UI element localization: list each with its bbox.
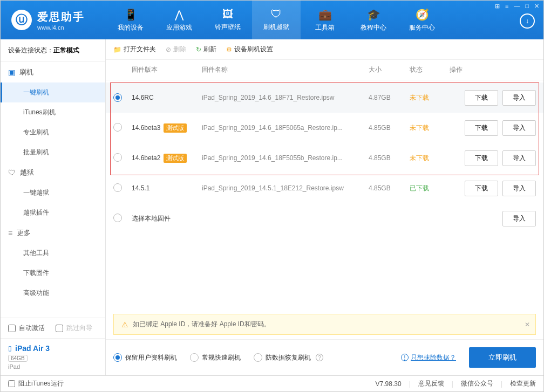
firmware-size: 4.85GB [369, 154, 410, 162]
skip-guide-checkbox[interactable] [56, 325, 63, 332]
sidebar-item[interactable]: 下载固件 [1, 263, 105, 283]
block-itunes-check[interactable]: 阻止iTunes运行 [8, 379, 64, 388]
sidebar-group[interactable]: ▣刷机 [1, 62, 105, 82]
notice-bar: ⚠ 如已绑定 Apple ID，请准备好 Apple ID和密码。 ✕ [113, 314, 536, 335]
nav-tab-4[interactable]: 💼工具箱 [301, 1, 349, 39]
nav-tab-0[interactable]: 📱我的设备 [106, 1, 155, 39]
col-name: 固件名称 [202, 65, 369, 74]
nav-tab-3[interactable]: 🛡刷机越狱 [252, 1, 301, 39]
nav-tab-6[interactable]: 🧭服务中心 [398, 1, 446, 39]
table-row[interactable]: 14.6beta2测试版 iPad_Spring_2019_14.6_18F50… [106, 143, 543, 173]
sidebar: 设备连接状态：正常模式 ▣刷机一键刷机iTunes刷机专业刷机批量刷机🛡越狱一键… [1, 39, 106, 375]
help-icon[interactable]: ? [316, 354, 323, 361]
auto-activate-check[interactable]: 自动激活 跳过向导 [1, 318, 105, 338]
sidebar-item[interactable]: 一键刷机 [1, 82, 105, 102]
brand-site: www.i4.cn [37, 24, 85, 31]
row-radio[interactable] [113, 214, 122, 222]
import-button[interactable]: 导入 [502, 90, 536, 106]
row-radio[interactable] [113, 93, 122, 102]
check-update-link[interactable]: 检查更新 [510, 379, 536, 388]
app-header: ⊞ ≡ — □ ✕ ⓤ 爱思助手 www.i4.cn 📱我的设备⋀应用游戏🖼铃声… [1, 1, 543, 39]
firmware-size: 4.87GB [369, 94, 410, 101]
row-radio[interactable] [113, 123, 122, 132]
device-name[interactable]: iPad Air 3 [15, 344, 50, 353]
group-icon: ≡ [8, 229, 12, 237]
close-icon[interactable]: ✕ [534, 3, 539, 10]
row-radio[interactable] [113, 153, 122, 162]
firmware-status: 未下载 [410, 93, 450, 102]
sidebar-group[interactable]: ≡更多 [1, 223, 105, 243]
sidebar-item[interactable]: 越狱插件 [1, 203, 105, 223]
list-icon[interactable]: ≡ [505, 3, 508, 10]
refresh-button[interactable]: ↻刷新 [196, 45, 216, 54]
group-icon: ▣ [8, 68, 15, 77]
anti-recovery-radio[interactable]: 防数据恢复刷机? [254, 353, 323, 362]
col-version: 固件版本 [132, 65, 202, 74]
download-indicator-icon[interactable]: ↓ [520, 13, 535, 29]
import-button[interactable]: 导入 [502, 150, 536, 166]
normal-flash-radio[interactable]: 常规快速刷机 [190, 353, 241, 362]
firmware-status: 未下载 [410, 154, 450, 163]
table-row[interactable]: 14.5.1 iPad_Spring_2019_14.5.1_18E212_Re… [106, 173, 543, 203]
window-controls: ⊞ ≡ — □ ✕ [495, 3, 539, 10]
nav-icon: 🛡 [271, 8, 282, 20]
erase-data-link[interactable]: !只想抹除数据？ [399, 353, 456, 362]
import-button[interactable]: 导入 [502, 120, 536, 136]
nav-tab-1[interactable]: ⋀应用游戏 [155, 1, 203, 39]
wechat-link[interactable]: 微信公众号 [461, 379, 493, 388]
col-action: 操作 [450, 65, 536, 74]
device-info: ▯ iPad Air 3 64GB iPad [1, 338, 105, 375]
flash-options: 保留用户资料刷机 常规快速刷机 防数据恢复刷机? !只想抹除数据？ 立即刷机 [106, 339, 543, 375]
firmware-name: iPad_Spring_2019_14.6_18F5065a_Restore.i… [202, 124, 369, 132]
download-button[interactable]: 下载 [465, 90, 498, 106]
table-row[interactable]: 14.6beta3测试版 iPad_Spring_2019_14.6_18F50… [106, 113, 543, 143]
import-button[interactable]: 导入 [502, 211, 536, 226]
sidebar-group[interactable]: 🛡越狱 [1, 162, 105, 183]
col-size: 大小 [369, 65, 410, 74]
flash-button[interactable]: 立即刷机 [469, 347, 536, 368]
notice-close-icon[interactable]: ✕ [525, 321, 530, 328]
download-button[interactable]: 下载 [465, 150, 498, 166]
device-status: 设备连接状态：正常模式 [1, 39, 105, 62]
firmware-version: 14.6beta3 [132, 124, 160, 132]
sidebar-item[interactable]: iTunes刷机 [1, 102, 105, 122]
open-folder-button[interactable]: 📁打开文件夹 [113, 45, 156, 54]
nav-icon: 🧭 [416, 8, 429, 21]
firmware-name: iPad_Spring_2019_14.6_18F71_Restore.ipsw [202, 94, 369, 101]
keep-data-radio[interactable]: 保留用户资料刷机 [113, 353, 177, 362]
row-radio[interactable] [113, 183, 122, 192]
delete-button[interactable]: ⊘删除 [166, 45, 186, 54]
group-icon: 🛡 [8, 168, 16, 177]
download-button[interactable]: 下载 [465, 181, 498, 196]
table-row[interactable]: 选择本地固件 导入 [106, 203, 543, 233]
device-settings-button[interactable]: ⚙设备刷机设置 [226, 45, 273, 54]
info-icon: ! [401, 354, 409, 361]
device-type: iPad [8, 363, 98, 370]
device-icon: ▯ [8, 345, 12, 352]
gear-icon: ⚙ [226, 46, 232, 53]
firmware-version: 14.6beta2 [132, 154, 160, 162]
sidebar-item[interactable]: 专业刷机 [1, 122, 105, 142]
notice-text: 如已绑定 Apple ID，请准备好 Apple ID和密码。 [133, 320, 270, 329]
import-button[interactable]: 导入 [502, 181, 536, 196]
nav-tab-5[interactable]: 🎓教程中心 [349, 1, 398, 39]
feedback-link[interactable]: 意见反馈 [418, 379, 444, 388]
nav-icon: 🖼 [222, 8, 233, 20]
table-header: 固件版本 固件名称 大小 状态 操作 [106, 60, 543, 80]
sidebar-item[interactable]: 一键越狱 [1, 183, 105, 203]
firmware-version: 14.6RC [132, 94, 154, 101]
sidebar-item[interactable]: 其他工具 [1, 243, 105, 263]
nav-icon: ⋀ [175, 8, 183, 21]
auto-activate-checkbox[interactable] [8, 325, 16, 332]
firmware-version: 选择本地固件 [132, 215, 171, 222]
table-row[interactable]: 14.6RC iPad_Spring_2019_14.6_18F71_Resto… [106, 82, 543, 113]
download-button[interactable]: 下载 [465, 120, 498, 136]
maximize-icon[interactable]: □ [525, 3, 529, 10]
menu-icon[interactable]: ⊞ [495, 3, 500, 10]
version-label: V7.98.30 [376, 380, 402, 388]
col-status: 状态 [410, 65, 450, 74]
sidebar-item[interactable]: 批量刷机 [1, 142, 105, 162]
sidebar-item[interactable]: 高级功能 [1, 283, 105, 303]
nav-tab-2[interactable]: 🖼铃声壁纸 [203, 1, 252, 39]
minimize-icon[interactable]: — [514, 3, 520, 10]
